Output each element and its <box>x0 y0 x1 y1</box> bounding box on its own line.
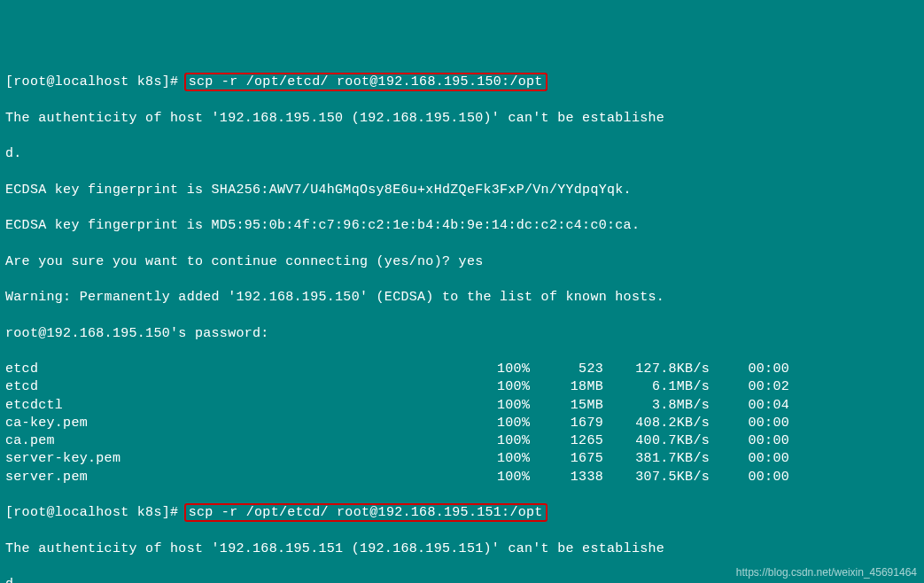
transfer-row: etcd100%523127.8KB/s00:00 <box>5 361 919 378</box>
transfer-size: 1675 <box>550 450 603 468</box>
transfer-size: 1338 <box>550 469 603 486</box>
transfer-time: 00:00 <box>710 432 789 450</box>
fingerprint-line: ECDSA key fingerprint is MD5:95:0b:4f:c7… <box>5 217 919 235</box>
warning-line: Warning: Permanently added '192.168.195.… <box>5 289 919 307</box>
transfer-percent: 100% <box>497 469 550 486</box>
transfer-filename: etcd <box>5 361 497 378</box>
transfer-percent: 100% <box>497 450 550 468</box>
transfer-filename: etcdctl <box>5 397 497 415</box>
auth-line: The authenticity of host '192.168.195.15… <box>5 540 919 558</box>
transfer-list-1: etcd100%523127.8KB/s00:00etcd100%18MB6.1… <box>5 361 919 486</box>
transfer-speed: 400.7KB/s <box>603 432 710 450</box>
transfer-time: 00:00 <box>710 361 789 378</box>
transfer-time: 00:00 <box>710 450 789 468</box>
auth-line: d. <box>5 145 919 163</box>
transfer-size: 1265 <box>550 432 603 450</box>
transfer-size: 15MB <box>550 397 603 415</box>
transfer-time: 00:04 <box>710 397 789 415</box>
transfer-filename: server-key.pem <box>5 450 497 468</box>
watermark-text: https://blog.csdn.net/weixin_45691464 <box>736 565 917 579</box>
transfer-speed: 408.2KB/s <box>603 415 710 432</box>
transfer-percent: 100% <box>497 361 550 378</box>
transfer-size: 523 <box>550 361 603 378</box>
transfer-row: server-key.pem100%1675381.7KB/s00:00 <box>5 450 919 468</box>
transfer-speed: 381.7KB/s <box>603 450 710 468</box>
transfer-filename: ca-key.pem <box>5 415 497 432</box>
transfer-row: ca-key.pem100%1679408.2KB/s00:00 <box>5 415 919 432</box>
fingerprint-line: ECDSA key fingerprint is SHA256:AWV7/U4h… <box>5 182 919 199</box>
transfer-speed: 3.8MB/s <box>603 397 710 415</box>
transfer-size: 18MB <box>550 378 603 396</box>
transfer-speed: 307.5KB/s <box>603 469 710 486</box>
transfer-row: server.pem100%1338307.5KB/s00:00 <box>5 469 919 486</box>
continue-prompt[interactable]: Are you sure you want to continue connec… <box>5 253 919 271</box>
transfer-speed: 6.1MB/s <box>603 378 710 396</box>
shell-prompt[interactable]: [root@localhost k8s]# <box>5 505 187 520</box>
transfer-row: etcd100%18MB6.1MB/s00:02 <box>5 378 919 396</box>
command-highlight-1: scp -r /opt/etcd/ root@192.168.195.150:/… <box>184 73 547 91</box>
transfer-time: 00:00 <box>710 415 789 432</box>
transfer-filename: server.pem <box>5 469 497 486</box>
shell-prompt[interactable]: [root@localhost k8s]# <box>5 74 187 89</box>
transfer-row: ca.pem100%1265400.7KB/s00:00 <box>5 432 919 450</box>
transfer-percent: 100% <box>497 432 550 450</box>
transfer-filename: ca.pem <box>5 432 497 450</box>
password-prompt[interactable]: root@192.168.195.150's password: <box>5 325 919 343</box>
transfer-filename: etcd <box>5 378 497 396</box>
terminal-output: [root@localhost k8s]# scp -r /opt/etcd/ … <box>0 54 924 583</box>
transfer-row: etcdctl100%15MB3.8MB/s00:04 <box>5 397 919 415</box>
transfer-time: 00:00 <box>710 469 789 486</box>
transfer-percent: 100% <box>497 378 550 396</box>
transfer-percent: 100% <box>497 397 550 415</box>
transfer-size: 1679 <box>550 415 603 432</box>
auth-line: The authenticity of host '192.168.195.15… <box>5 110 919 128</box>
transfer-percent: 100% <box>497 415 550 432</box>
transfer-speed: 127.8KB/s <box>603 361 710 378</box>
command-highlight-2: scp -r /opt/etcd/ root@192.168.195.151:/… <box>184 503 547 522</box>
transfer-time: 00:02 <box>710 378 789 396</box>
